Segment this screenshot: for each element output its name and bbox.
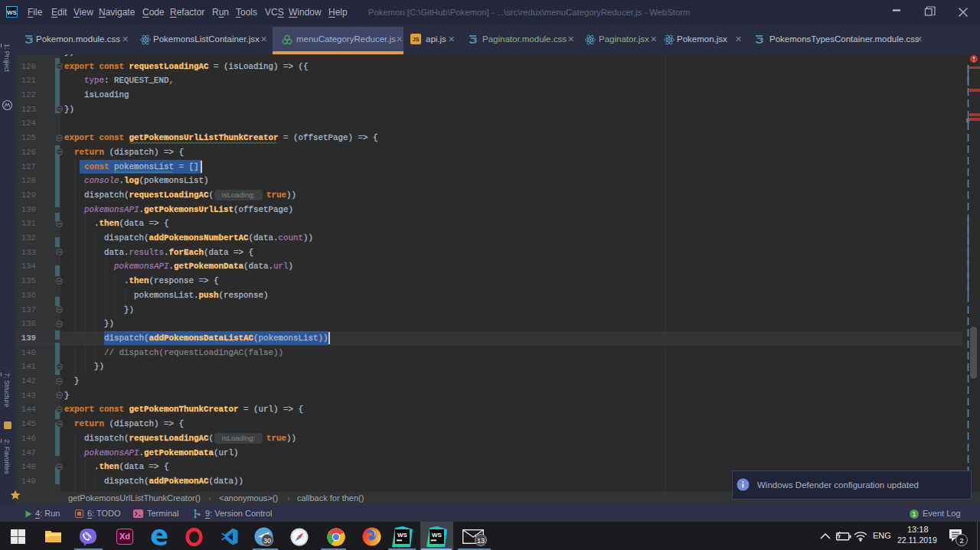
- svg-text:WS: WS: [432, 532, 443, 539]
- svg-text:WS: WS: [7, 9, 18, 16]
- svg-text:WS: WS: [397, 532, 408, 539]
